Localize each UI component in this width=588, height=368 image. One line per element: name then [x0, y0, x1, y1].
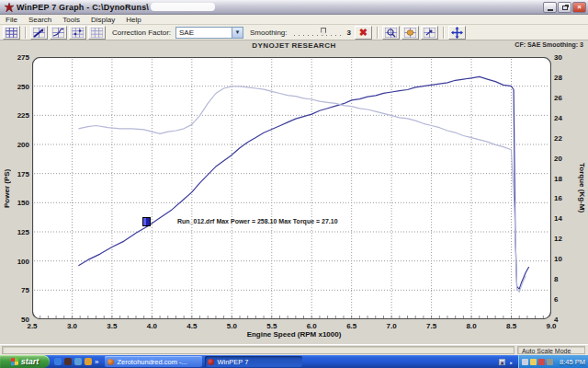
graph-background-icon[interactable]	[3, 26, 20, 40]
tick-label: 6	[554, 295, 558, 304]
zoom-reset-icon[interactable]	[421, 26, 438, 40]
dynojet-brand: DYNOJET RESEARCH	[0, 41, 588, 50]
tick-label: 22	[554, 134, 562, 143]
menu-display[interactable]: Display	[85, 16, 120, 24]
graph-curve-icon[interactable]	[50, 26, 67, 40]
smoothing-slider[interactable]	[294, 27, 344, 39]
run-annotation: Run_012.drf Max Power = 258.10 Max Torqu…	[177, 218, 338, 224]
start-button[interactable]: start	[0, 355, 50, 368]
restore-icon	[562, 6, 568, 10]
scale-mode-status: Auto Scale Mode	[517, 346, 585, 354]
correction-factor-select[interactable]: SAE ▼	[175, 27, 243, 39]
task-winpep[interactable]: WinPEP 7	[205, 356, 302, 367]
tick-label: 8	[554, 275, 558, 283]
ime-icon[interactable]	[522, 359, 528, 365]
mail-icon[interactable]	[64, 358, 72, 365]
windows-flag-icon	[11, 358, 18, 366]
status-bar: Auto Scale Mode	[0, 344, 588, 355]
tick-label: 9.0	[540, 322, 562, 330]
network-icon[interactable]	[530, 359, 537, 365]
dyno-curves	[32, 57, 551, 319]
system-tray: 8:45 PM	[518, 355, 588, 368]
window-indicator-icon[interactable]: ▣	[499, 359, 505, 365]
minimize-button[interactable]	[543, 2, 557, 13]
menu-help[interactable]: Help	[120, 16, 146, 24]
plot-area[interactable]: Run_012.drf Max Power = 258.10 Max Torqu…	[32, 57, 551, 319]
tick-label: 100	[0, 258, 29, 266]
chart-header: DYNOJET RESEARCH CF: SAE Smoothing: 3	[0, 41, 588, 51]
menu-tools[interactable]: Tools	[57, 16, 85, 24]
graph-view: DYNOJET RESEARCH CF: SAE Smoothing: 3 Po…	[0, 40, 588, 344]
restore-button[interactable]	[558, 2, 571, 13]
torque-axis-title: Torque (Kg-M)	[576, 57, 586, 319]
correction-factor-label: Correction Factor:	[112, 29, 171, 37]
close-button[interactable]: ×	[572, 2, 586, 13]
tick-label: 6.0	[300, 322, 322, 330]
scheduler-icon[interactable]	[547, 359, 553, 365]
toolbar-separator	[25, 27, 26, 39]
tick-label: 225	[0, 111, 29, 120]
task-label: Zerotohundred.com -...	[117, 358, 187, 366]
start-label: start	[21, 357, 40, 366]
tick-label: 12	[554, 235, 562, 243]
tick-label: 26	[554, 94, 562, 102]
run-legend-marker[interactable]	[142, 217, 151, 226]
tick-label: 3.0	[61, 322, 83, 330]
task-label: WinPEP 7	[217, 358, 248, 366]
chevron-down-icon[interactable]: ▼	[232, 28, 243, 38]
tick-label: 4.5	[181, 322, 203, 330]
graph-compare-icon[interactable]	[69, 26, 86, 40]
winpep-spark-icon	[5, 3, 14, 12]
pointer-indicator-icon[interactable]: ▸	[508, 359, 514, 365]
quick-launch-overflow-chevron[interactable]: »	[95, 358, 98, 366]
tick-label: 7.0	[380, 322, 402, 330]
show-desktop-icon[interactable]	[74, 358, 82, 365]
tick-label: 275	[0, 53, 29, 62]
delete-run-icon[interactable]: ✖	[355, 26, 372, 40]
taskbar: start » Zerotohundred.com -... WinPEP 7 …	[0, 355, 588, 368]
tick-label: 24	[554, 114, 562, 122]
winpep-icon	[208, 359, 214, 365]
tick-label: 18	[554, 175, 562, 183]
tick-label: 125	[0, 228, 29, 236]
title-bar[interactable]: WinPEP 7 Graph - C:\DynoRuns\ ×	[0, 0, 588, 15]
graph-power-icon[interactable]	[30, 26, 48, 40]
tick-label: 7.5	[421, 322, 443, 330]
status-pane-main	[2, 346, 514, 354]
tick-label: 30	[554, 53, 562, 62]
zoom-box-icon[interactable]	[382, 26, 400, 40]
tick-label: 75	[0, 286, 29, 294]
graph-channels-icon[interactable]	[88, 26, 106, 40]
tick-label: 14	[554, 214, 562, 223]
move-axes-icon[interactable]	[448, 26, 466, 40]
firefox-icon	[107, 359, 114, 365]
browser-icon[interactable]	[54, 358, 62, 365]
power-axis-title: Power (PS)	[3, 57, 13, 319]
tick-label: 4.0	[141, 322, 163, 330]
tick-label: 16	[554, 194, 562, 202]
alert-icon[interactable]	[538, 359, 545, 365]
minimize-icon	[548, 9, 553, 11]
notes-icon[interactable]	[85, 358, 92, 365]
task-zerotohundred[interactable]: Zerotohundred.com -...	[105, 356, 202, 367]
tick-label: 5.0	[220, 322, 243, 330]
close-icon: ×	[577, 3, 582, 11]
taskbar-indicators: ▣ ▸	[499, 355, 518, 368]
zoom-hand-icon[interactable]	[401, 26, 419, 40]
tick-label: 5.5	[261, 322, 283, 330]
correction-factor-value: SAE	[176, 29, 232, 37]
tick-label: 250	[0, 83, 29, 91]
tick-label: 20	[554, 155, 562, 163]
tick-label: 10	[554, 255, 562, 263]
tick-label: 6.5	[341, 322, 363, 330]
menu-bar: File Search Tools Display Help	[0, 15, 588, 25]
tick-label: 200	[0, 141, 29, 149]
menu-search[interactable]: Search	[23, 16, 57, 24]
cf-smoothing-status: CF: SAE Smoothing: 3	[514, 41, 583, 48]
tick-label: 2.5	[21, 322, 43, 330]
tick-label: 3.5	[101, 322, 123, 330]
redacted-path-area	[151, 3, 215, 11]
smoothing-value: 3	[347, 29, 351, 37]
menu-file[interactable]: File	[0, 16, 23, 24]
toolbar: Correction Factor: SAE ▼ Smoothing: 3 ✖	[0, 25, 588, 40]
